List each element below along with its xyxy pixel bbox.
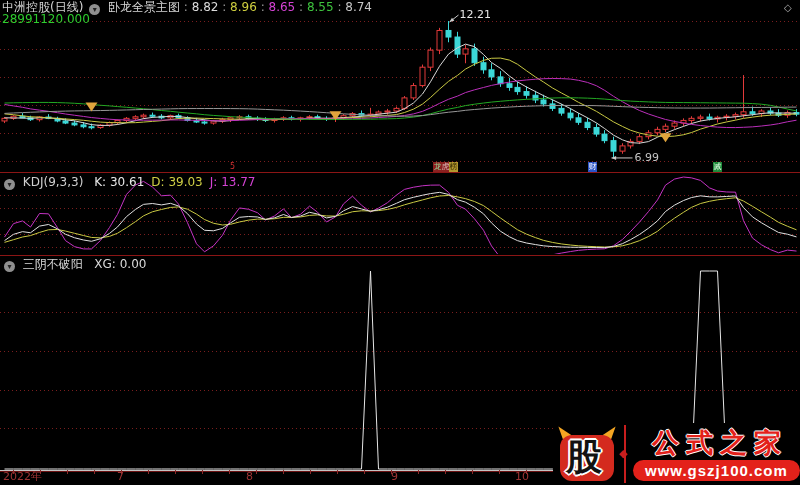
x-axis-label: 8 <box>246 471 253 483</box>
kdj-value: J: 13.77 <box>210 175 256 189</box>
logo-title: 公式之家 <box>645 428 788 458</box>
x-axis-label: 10 <box>515 471 529 483</box>
xg-label: XG: <box>94 257 116 271</box>
indicator-values: : 8.82 : 8.96 : 8.65 : 8.55 : 8.74 <box>184 0 372 14</box>
value-separator: : <box>257 0 269 14</box>
value-separator: : <box>334 0 346 14</box>
kdj-title: KDJ(9,3,3) <box>23 175 84 189</box>
low-price-annotation: 6.99 <box>635 152 660 163</box>
kdj-value: D: 39.03 <box>151 175 202 189</box>
event-marker: 减 <box>713 162 722 172</box>
indicator-name: 卧龙全景主图 <box>108 0 180 14</box>
bull-stock-icon: 股 <box>555 424 619 484</box>
kdj-header: ▾ KDJ(9,3,3) K: 30.61D: 39.03J: 13.77 <box>2 176 256 190</box>
kdj-values: K: 30.61D: 39.03J: 13.77 <box>87 175 255 189</box>
value-separator: : <box>184 0 192 14</box>
kdj-value: K: 30.61 <box>94 175 144 189</box>
x-axis-label: 2022年 <box>3 471 42 483</box>
collapse-icon[interactable]: ▾ <box>4 261 15 272</box>
chart-canvas[interactable] <box>0 0 800 485</box>
value-separator: : <box>218 0 230 14</box>
value-separator: : <box>295 0 307 14</box>
x-axis-label: 9 <box>391 471 398 483</box>
xg-title: 三阴不破阳 <box>23 257 83 271</box>
gszj-logo: 股 ◆ 公式之家 www.gszj100.com <box>553 423 800 485</box>
volume-value: 28991120.000 <box>2 13 90 26</box>
xg-header: ▾ 三阴不破阳 XG: 0.00 <box>2 258 146 272</box>
high-price-annotation: 12.21 <box>460 9 492 20</box>
logo-url: www.gszj100.com <box>633 460 800 481</box>
logo-stock-char: 股 <box>566 438 602 476</box>
stock-chart-window: 中洲控股(日线) ▾ 卧龙全景主图 : 8.82 : 8.96 : 8.65 :… <box>0 0 800 485</box>
indicator-value: 8.96 <box>230 0 257 14</box>
indicator-value: 8.65 <box>269 0 296 14</box>
diamond-icon: ◆ <box>619 447 627 460</box>
event-marker: 榜 <box>449 162 458 172</box>
x-axis-label: 7 <box>117 471 124 483</box>
diamond-icon: ◇ <box>784 2 792 13</box>
xg-value: 0.00 <box>120 257 147 271</box>
logo-divider: ◆ <box>624 425 626 483</box>
collapse-icon[interactable]: ▾ <box>4 179 15 190</box>
collapse-icon[interactable]: ▾ <box>89 4 100 15</box>
indicator-value: 8.55 <box>307 0 334 14</box>
indicator-value: 8.74 <box>345 0 372 14</box>
event-marker: 财 <box>588 162 597 172</box>
event-marker: 5 <box>228 162 237 172</box>
indicator-value: 8.82 <box>192 0 219 14</box>
